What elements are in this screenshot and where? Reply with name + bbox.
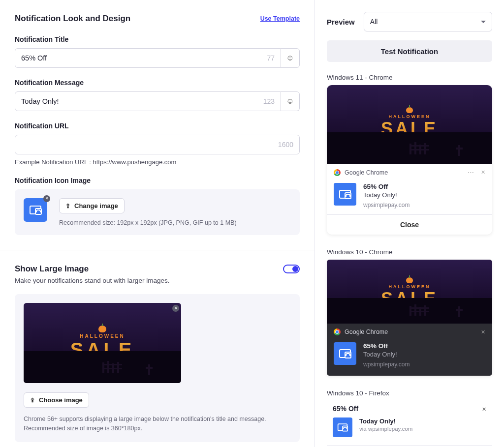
icon-thumbnail [24,198,47,222]
choose-image-button[interactable]: Choose image [24,392,89,408]
preview-select-value: All [370,18,378,26]
message-label: Notification Message [15,79,300,87]
pumpkin-icon [98,326,106,332]
title-char-count: 77 [263,54,275,62]
preview-select[interactable]: All [364,12,492,31]
chrome-icon [334,169,341,176]
close-icon[interactable] [481,169,485,176]
notification-title: 65% Off [363,342,410,350]
url-input-wrap: 1600 [15,135,300,154]
upload-icon [65,202,70,209]
notification-preview-win11: HALLOWEEN SALE Google Chrome [327,85,492,235]
notification-message: Today Only! [363,191,410,199]
title-input-wrap: 77 [15,48,281,68]
notification-via: via wpsimplepay.com [359,426,412,432]
section-title: Notification Look and Design [15,14,130,24]
emoji-icon [286,97,294,106]
url-label: Notification URL [15,122,300,130]
emoji-icon [286,54,294,62]
icon-image-label: Notification Icon Image [15,177,300,184]
more-icon[interactable] [468,169,474,176]
change-image-button[interactable]: Change image [59,198,125,213]
close-icon[interactable] [482,405,486,413]
notification-icon [334,183,356,206]
chrome-icon [334,328,341,335]
lock-card-icon [30,206,41,214]
large-image-subtext: Make your notifications stand out with l… [15,277,300,284]
url-char-count: 1600 [274,141,293,149]
notification-icon [333,417,352,437]
title-input[interactable] [21,54,263,62]
close-icon[interactable] [481,328,485,335]
chevron-down-icon [481,21,486,23]
change-image-label: Change image [74,202,118,209]
message-char-count: 123 [259,97,275,105]
pumpkin-icon [406,107,413,113]
preview-caption-win10-chrome: Windows 10 - Chrome [327,248,492,256]
preview-caption-win11: Windows 11 - Chrome [327,74,492,81]
large-image-thumbnail: HALLOWEEN SALE [24,303,181,383]
choose-image-label: Choose image [39,396,83,404]
hero-subtitle: HALLOWEEN [24,333,181,339]
notification-title: 65% Off [363,183,410,190]
browser-name: Google Chrome [345,328,388,335]
notification-icon [334,342,356,365]
message-input-wrap: 123 [15,91,281,111]
notification-domain: wpsimplepay.com [363,361,410,368]
icon-image-card: Change image Recommended size: 192px x 1… [15,189,300,235]
notification-preview-firefox: 65% Off Today Only! via wpsimplepay.com [327,401,492,446]
remove-icon-button[interactable] [43,195,50,202]
use-template-link[interactable]: Use Template [260,15,300,22]
notification-message: Today Only! [363,351,410,358]
url-input[interactable] [21,141,274,149]
upload-icon [30,396,35,404]
title-emoji-button[interactable] [281,48,300,68]
large-image-note: Chrome 56+ supports displaying a large i… [24,415,291,433]
browser-name: Google Chrome [345,169,388,176]
large-image-card: HALLOWEEN SALE [15,294,300,442]
preview-label: Preview [327,18,355,26]
remove-large-image-button[interactable] [172,305,179,312]
message-emoji-button[interactable] [281,91,300,111]
message-input[interactable] [21,97,259,105]
title-label: Notification Title [15,35,300,43]
large-image-toggle[interactable] [283,265,300,273]
cross-graphic [146,364,153,375]
icon-recommended-text: Recommended size: 192px x 192px (JPG, PN… [59,219,237,226]
close-button[interactable]: Close [327,214,492,235]
notification-message: Today Only! [359,417,412,425]
fence-graphic [102,361,122,373]
notification-domain: wpsimplepay.com [363,202,410,209]
notification-preview-win10-chrome: HALLOWEEN SALE Google Chrome [327,260,492,376]
url-hint: Example Notification URL : https://www.p… [15,158,300,166]
notification-title: 65% Off [333,405,358,413]
pumpkin-icon [406,277,413,283]
preview-caption-win10-firefox: Windows 10 - Firefox [327,389,492,397]
test-notification-button[interactable]: Test Notification [327,40,492,62]
large-image-heading: Show Large Image [15,264,89,274]
